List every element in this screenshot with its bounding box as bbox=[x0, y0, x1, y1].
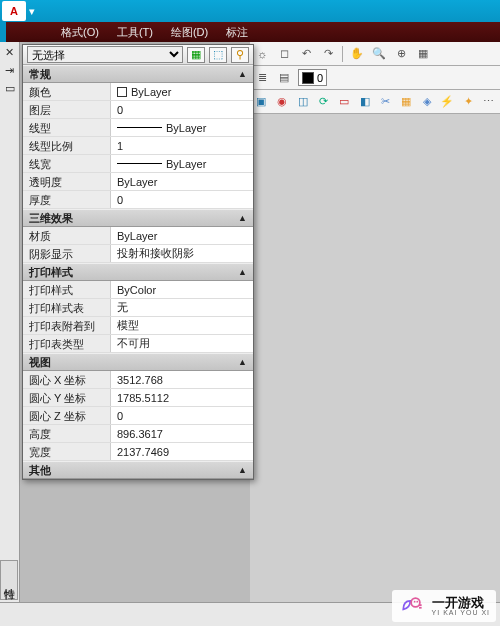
mirror-icon[interactable]: ◧ bbox=[357, 94, 372, 110]
prop-row-width: 宽度2137.7469 bbox=[23, 443, 253, 461]
menu-dimension[interactable]: 标注 bbox=[220, 23, 254, 42]
app-brand-letter: A bbox=[10, 5, 18, 17]
tool-icon[interactable]: ◻ bbox=[276, 46, 292, 62]
prop-row-plotstyle: 打印样式ByColor bbox=[23, 281, 253, 299]
scale-icon[interactable]: ▭ bbox=[337, 94, 352, 110]
section-header-view[interactable]: 视图 ▲ bbox=[23, 353, 253, 371]
linetype-preview bbox=[117, 127, 162, 128]
svg-point-1 bbox=[413, 601, 415, 603]
sun-icon[interactable]: ☼ bbox=[254, 46, 270, 62]
prop-row-plottable: 打印样式表无 bbox=[23, 299, 253, 317]
grid-icon[interactable]: ▦ bbox=[415, 46, 431, 62]
collapse-icon: ▲ bbox=[238, 69, 247, 79]
section-other: 其他 ▲ bbox=[23, 461, 253, 479]
offset-icon[interactable]: ◈ bbox=[419, 94, 434, 110]
close-icon[interactable]: ✕ bbox=[2, 44, 18, 60]
watermark-text-en: YI KAI YOU XI bbox=[432, 609, 490, 616]
layer-name: 0 bbox=[317, 72, 323, 84]
palette-dock-strip: ✕ ⇥ ▭ bbox=[0, 42, 20, 602]
prop-row-material: 材质ByLayer bbox=[23, 227, 253, 245]
section-3d: 三维效果 ▲ 材质ByLayer 阴影显示投射和接收阴影 bbox=[23, 209, 253, 263]
svg-point-0 bbox=[411, 598, 420, 607]
pin-icon[interactable]: ⇥ bbox=[2, 62, 18, 78]
separator bbox=[342, 46, 343, 62]
modify-toolbar: ▣ ◉ ◫ ⟳ ▭ ◧ ✂ ▦ ◈ ⚡ ✦ ⋯ bbox=[250, 90, 500, 114]
section-view: 视图 ▲ 圆心 X 坐标3512.768 圆心 Y 坐标1785.5112 圆心… bbox=[23, 353, 253, 461]
prop-row-ltscale: 线型比例1 bbox=[23, 137, 253, 155]
prop-row-plotattach: 打印表附着到模型 bbox=[23, 317, 253, 335]
bolt-icon[interactable]: ⚡ bbox=[440, 94, 455, 110]
section-header-plotstyle[interactable]: 打印样式 ▲ bbox=[23, 263, 253, 281]
properties-palette-tab[interactable]: 特性 bbox=[0, 560, 18, 600]
more-icon[interactable]: ⋯ bbox=[481, 94, 496, 110]
title-bar: A ▾ bbox=[0, 0, 500, 22]
collapse-icon: ▲ bbox=[238, 465, 247, 475]
layer-combo[interactable]: 0 bbox=[298, 69, 327, 86]
prop-row-plottype: 打印表类型不可用 bbox=[23, 335, 253, 353]
table-icon[interactable]: ▦ bbox=[399, 94, 414, 110]
section-header-other[interactable]: 其他 ▲ bbox=[23, 461, 253, 479]
layer-filter-icon[interactable]: ▤ bbox=[276, 70, 292, 86]
standard-toolbar: ☼ ◻ ↶ ↷ ✋ 🔍 ⊕ ▦ bbox=[250, 42, 500, 66]
svg-rect-3 bbox=[419, 604, 422, 606]
trim-icon[interactable]: ✂ bbox=[378, 94, 393, 110]
qat-dropdown-icon[interactable]: ▾ bbox=[26, 1, 38, 21]
prop-row-transparency: 透明度ByLayer bbox=[23, 173, 253, 191]
pan-icon[interactable]: ✋ bbox=[349, 46, 365, 62]
layer-color-swatch bbox=[302, 72, 314, 84]
menu-bar: 格式(O) 工具(T) 绘图(D) 标注 bbox=[0, 22, 500, 42]
color-swatch-icon bbox=[117, 87, 127, 97]
toggle-pickadd-icon[interactable]: ▦ bbox=[187, 47, 205, 63]
prop-row-center-z: 圆心 Z 坐标0 bbox=[23, 407, 253, 425]
copy-icon[interactable]: ◉ bbox=[275, 94, 290, 110]
properties-header: 无选择 ▦ ⬚ ⚲ bbox=[23, 45, 253, 65]
lineweight-preview bbox=[117, 163, 162, 164]
layers-toolbar: ≣ ▤ 0 bbox=[250, 66, 500, 90]
menu-tools[interactable]: 工具(T) bbox=[111, 23, 159, 42]
layer-props-icon[interactable]: ≣ bbox=[254, 70, 270, 86]
prop-row-height: 高度896.3617 bbox=[23, 425, 253, 443]
drawing-area[interactable]: ☼ ◻ ↶ ↷ ✋ 🔍 ⊕ ▦ ≣ ▤ 0 ▣ ◉ ◫ ⟳ ▭ ◧ ✂ ▦ ◈ … bbox=[250, 42, 500, 602]
selection-combo[interactable]: 无选择 bbox=[27, 46, 183, 63]
stretch-icon[interactable]: ◫ bbox=[295, 94, 310, 110]
prop-row-layer: 图层0 bbox=[23, 101, 253, 119]
section-header-general[interactable]: 常规 ▲ bbox=[23, 65, 253, 83]
orbit-icon[interactable]: ⊕ bbox=[393, 46, 409, 62]
svg-point-2 bbox=[416, 601, 418, 603]
watermark: 一开游戏 YI KAI YOU XI bbox=[392, 590, 496, 622]
quick-select-icon[interactable]: ⚲ bbox=[231, 47, 249, 63]
prop-row-thickness: 厚度0 bbox=[23, 191, 253, 209]
prop-row-shadow: 阴影显示投射和接收阴影 bbox=[23, 245, 253, 263]
move-icon[interactable]: ▣ bbox=[254, 94, 269, 110]
prop-row-center-x: 圆心 X 坐标3512.768 bbox=[23, 371, 253, 389]
properties-palette: 无选择 ▦ ⬚ ⚲ 常规 ▲ 颜色ByLayer 图层0 线型ByLayer 线… bbox=[22, 44, 254, 480]
section-general: 常规 ▲ 颜色ByLayer 图层0 线型ByLayer 线型比例1 线宽ByL… bbox=[23, 65, 253, 209]
redo-icon[interactable]: ↷ bbox=[320, 46, 336, 62]
app-menu-button[interactable]: A bbox=[2, 1, 26, 21]
star-icon[interactable]: ✦ bbox=[461, 94, 476, 110]
prop-row-center-y: 圆心 Y 坐标1785.5112 bbox=[23, 389, 253, 407]
rotate-icon[interactable]: ⟳ bbox=[316, 94, 331, 110]
menu-format[interactable]: 格式(O) bbox=[55, 23, 105, 42]
watermark-text-cn: 一开游戏 bbox=[432, 596, 490, 609]
collapse-icon: ▲ bbox=[238, 357, 247, 367]
collapse-icon: ▲ bbox=[238, 213, 247, 223]
prop-row-color: 颜色ByLayer bbox=[23, 83, 253, 101]
watermark-logo-icon bbox=[398, 592, 426, 620]
zoom-icon[interactable]: 🔍 bbox=[371, 46, 387, 62]
prop-row-lineweight: 线宽ByLayer bbox=[23, 155, 253, 173]
section-plotstyle: 打印样式 ▲ 打印样式ByColor 打印样式表无 打印表附着到模型 打印表类型… bbox=[23, 263, 253, 353]
menu-draw[interactable]: 绘图(D) bbox=[165, 23, 214, 42]
prop-row-linetype: 线型ByLayer bbox=[23, 119, 253, 137]
panel-icon[interactable]: ▭ bbox=[2, 80, 18, 96]
section-header-3d[interactable]: 三维效果 ▲ bbox=[23, 209, 253, 227]
collapse-icon: ▲ bbox=[238, 267, 247, 277]
svg-rect-4 bbox=[419, 607, 422, 609]
select-objects-icon[interactable]: ⬚ bbox=[209, 47, 227, 63]
undo-icon[interactable]: ↶ bbox=[298, 46, 314, 62]
